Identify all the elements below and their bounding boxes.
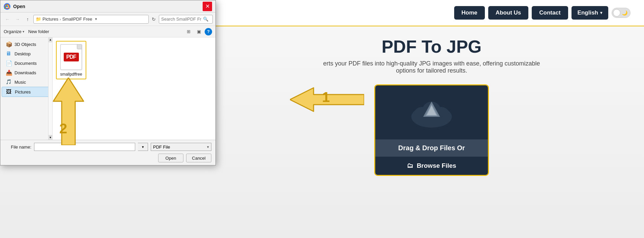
folder-3d-icon: 📦 [6, 41, 12, 47]
sidebar-label-downloads: Downloads [14, 70, 36, 75]
browse-icon: 🗂 [407, 162, 413, 169]
nav-language-label: English [578, 9, 598, 16]
sidebar-label-pictures: Pictures [15, 89, 31, 95]
pdf-badge: PDF [64, 53, 79, 61]
arrow-1: 1 [290, 84, 364, 116]
pdf-doc-corner [77, 45, 82, 49]
svg-text:2: 2 [59, 121, 67, 136]
pdf-file-icon-wrap: PDF [59, 44, 83, 71]
filename-dropdown-button[interactable]: ▾ [138, 143, 148, 151]
sidebar-item-3dobjects[interactable]: 📦 3D Objects [2, 39, 51, 49]
folder-pictures-icon: 🖼 [6, 89, 12, 95]
svg-marker-9 [53, 78, 84, 145]
chrome-icon [4, 3, 10, 10]
upload-cloud-area [375, 85, 488, 139]
folder-music-icon: 🎵 [6, 79, 12, 85]
pdf-document-icon: PDF [60, 44, 82, 70]
dialog-organize-bar: Organize ▾ New folder ⊞ ▣ ? [0, 26, 215, 37]
theme-toggle[interactable]: 🌙 [612, 8, 631, 18]
browse-label: Browse Files [417, 162, 456, 169]
page-subtitle: erts your PDF files into high-quality JP… [314, 60, 550, 74]
chevron-down-icon: ▾ [600, 10, 602, 15]
address-separator: › [60, 17, 61, 21]
filetype-chevron-icon: ▾ [207, 145, 209, 149]
folder-docs-icon: 📄 [6, 60, 12, 66]
dialog-titlebar: Open ✕ [0, 0, 215, 12]
search-input[interactable] [161, 17, 202, 22]
help-button[interactable]: ? [205, 28, 212, 35]
address-refresh-button[interactable]: ↻ [150, 16, 157, 23]
upload-box: Drag & Drop Files Or 🗂 Browse Files [374, 84, 489, 176]
nav-home-button[interactable]: Home [454, 6, 485, 20]
folder-downloads-icon: 📥 [6, 70, 12, 76]
new-folder-button[interactable]: New folder [28, 29, 49, 34]
nav-language-button[interactable]: English ▾ [572, 6, 608, 20]
folder-icon: 📁 [36, 17, 41, 22]
nav-about-button[interactable]: About Us [488, 6, 529, 20]
theme-moon-icon: 🌙 [622, 10, 627, 16]
page-title: PDF To JPG [233, 36, 631, 57]
dialog-sidebar: 📦 3D Objects 🖥 Desktop 📄 Documents 📥 Dow… [0, 37, 53, 140]
address-bar: 📁 Pictures › SmallPDF Free ▾ [33, 15, 149, 24]
organize-button[interactable]: Organize ▾ [4, 29, 24, 34]
dialog-main-area: 📦 3D Objects 🖥 Desktop 📄 Documents 📥 Dow… [0, 37, 215, 140]
drag-drop-label: Drag & Drop Files Or [375, 139, 488, 157]
cloud-icon [408, 95, 455, 130]
sidebar-label-3dobjects: 3D Objects [14, 42, 36, 47]
organize-label: Organize [4, 29, 22, 34]
sidebar-label-music: Music [14, 80, 26, 85]
sidebar-item-music[interactable]: 🎵 Music [2, 77, 51, 87]
filetype-label: PDF File [153, 144, 170, 150]
dialog-title: Open [13, 4, 203, 9]
dialog-button-row: Open Cancel [4, 154, 211, 162]
dialog-bottom-bar: File name: ▾ PDF File ▾ Open Cancel [0, 140, 215, 165]
arrow-2: 2 [50, 78, 87, 147]
open-button[interactable]: Open [158, 154, 183, 162]
website-content: PDF To JPG erts your PDF files into high… [219, 26, 644, 186]
filename-label: File name: [4, 144, 31, 150]
nav-forward-button[interactable]: → [13, 15, 22, 24]
sidebar-label-desktop: Desktop [14, 51, 31, 56]
address-parent: Pictures [42, 17, 58, 22]
search-icon: 🔍 [203, 17, 208, 22]
sidebar-item-pictures[interactable]: 🖼 Pictures [2, 87, 51, 97]
nav-contact-button[interactable]: Contact [532, 6, 568, 20]
sidebar-item-documents[interactable]: 📄 Documents [2, 58, 51, 68]
sidebar-item-desktop[interactable]: 🖥 Desktop [2, 49, 51, 58]
svg-text:1: 1 [322, 89, 330, 105]
address-chevron-icon: ▾ [95, 17, 97, 21]
sidebar-item-downloads[interactable]: 📥 Downloads [2, 68, 51, 77]
search-box: 🔍 [159, 15, 213, 24]
dialog-close-button[interactable]: ✕ [203, 2, 212, 11]
browse-files-button[interactable]: 🗂 Browse Files [375, 157, 488, 175]
nav-back-button[interactable]: ← [3, 15, 12, 24]
filetype-select[interactable]: PDF File ▾ [151, 143, 211, 151]
folder-desktop-icon: 🖥 [6, 51, 12, 57]
address-current: SmallPDF Free [62, 17, 92, 22]
file-item-smallpdffree[interactable]: PDF smallpdffree [56, 41, 86, 79]
scroll-up-button[interactable]: ▲ [49, 37, 52, 42]
cancel-button[interactable]: Cancel [186, 154, 211, 162]
filename-row: File name: ▾ PDF File ▾ [4, 143, 211, 151]
view-pane-button[interactable]: ▣ [194, 28, 204, 36]
view-toggle-group: ⊞ ▣ ? [184, 28, 212, 36]
dialog-toolbar: ← → ↑ 📁 Pictures › SmallPDF Free ▾ ↻ 🔍 [0, 12, 215, 26]
sidebar-label-documents: Documents [14, 61, 37, 66]
nav-up-button[interactable]: ↑ [23, 15, 32, 24]
file-open-dialog: Open ✕ ← → ↑ 📁 Pictures › SmallPDF Free … [0, 0, 216, 165]
view-grid-button[interactable]: ⊞ [184, 28, 193, 36]
theme-light-icon [613, 9, 620, 17]
file-name-label: smallpdffree [60, 72, 82, 77]
organize-chevron-icon: ▾ [23, 30, 24, 33]
